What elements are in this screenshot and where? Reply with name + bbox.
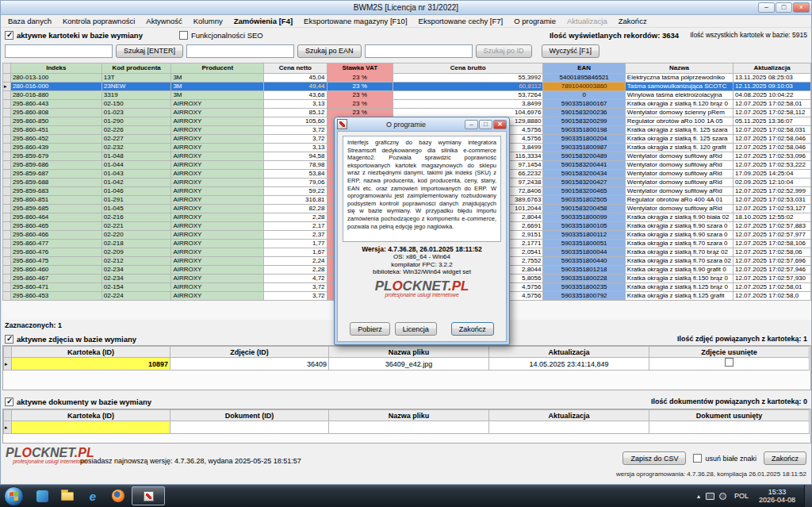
search-enter-button[interactable]: Szukaj [ENTER] (116, 44, 183, 58)
photos-col-kartoteka[interactable]: Kartoteka (ID) (12, 347, 170, 358)
cell-kod-producenta[interactable]: 02-227 (102, 135, 171, 144)
cell-indeks[interactable]: 295-860-443 (10, 100, 102, 109)
cell-nazwa[interactable]: Winylowa taśma elektroizolacyjna (625, 91, 733, 100)
cell-producent[interactable]: 3M (171, 74, 264, 83)
cell-aktualizacja[interactable]: 17.09.2025 14:25:04 (733, 170, 811, 179)
cell-aktualizacja[interactable]: 12.07.2025 17:02:58,106 (733, 240, 811, 248)
cell-stawka-vat[interactable]: 23 % (327, 83, 393, 91)
cell-cena-brutto[interactable]: 55,3992 (393, 74, 543, 83)
cell-cena-netto[interactable]: 2,37 (264, 231, 327, 240)
active-documents-checkbox[interactable] (5, 398, 13, 406)
document-row[interactable] (4, 421, 810, 434)
download-button[interactable]: Pobierz (350, 322, 390, 336)
cell-indeks[interactable]: 295-860-475 (10, 257, 102, 266)
cell-kod-producenta[interactable]: 02-221 (102, 222, 171, 231)
cell-ean[interactable]: 5901583200441 (543, 161, 625, 170)
cell-producent[interactable]: AIRROXY (171, 100, 264, 109)
cell-aktualizacja[interactable]: 12.07.2025 17:02:53,222 (733, 161, 811, 170)
document-updated[interactable] (489, 421, 649, 434)
cell-indeks[interactable]: 295-859-688 (10, 179, 102, 187)
column-header-producent[interactable]: Producent (171, 63, 264, 74)
column-header-cena-brutto[interactable]: Cena brutto (393, 63, 543, 74)
close-button[interactable]: × (793, 2, 810, 13)
documents-col-kartoteka[interactable]: Kartoteka (ID) (12, 410, 170, 421)
taskbar-media-icon[interactable] (30, 486, 54, 505)
cell-producent[interactable]: AIRROXY (171, 248, 264, 257)
column-header-nazwa[interactable]: Nazwa (625, 63, 733, 74)
cell-aktualizacja[interactable]: 18.10.2025 12:55:02 (733, 213, 811, 222)
cell-ean[interactable]: 5903351800440 (543, 257, 625, 266)
cell-producent[interactable]: AIRROXY (171, 213, 264, 222)
cell-kod-producenta[interactable]: 02-212 (102, 257, 171, 266)
cell-aktualizacja[interactable]: 02.09.2025 12:10:04 (733, 179, 811, 187)
search-ean-button[interactable]: Szukaj po EAN (297, 44, 362, 58)
cell-indeks[interactable]: 295-860-477 (10, 240, 102, 248)
cell-kod-producenta[interactable]: 02-209 (102, 248, 171, 257)
cell-producent[interactable]: AIRROXY (171, 205, 264, 213)
table-row[interactable]: 280-016-88033193M43,6823 %53,72640Winylo… (3, 91, 811, 100)
active-photos-toggle[interactable]: aktywne zdjęcia w bazie wymiany (5, 335, 136, 344)
cell-aktualizacja[interactable]: 12.07.2025 17:02:58,01 (733, 100, 811, 109)
taskbar-explorer-icon[interactable] (56, 486, 79, 505)
cell-cena-netto[interactable]: 3,13 (264, 144, 327, 152)
cell-nazwa[interactable]: Elektryczna taśma półprzewodniko (625, 74, 733, 83)
photo-filename[interactable]: 36409_e42.jpg (329, 358, 489, 371)
cell-nazwa[interactable]: Kratka okrągła z siatką fi.150 brąz 0 (625, 275, 733, 283)
dialog-close-button[interactable]: Zakończ (451, 322, 494, 336)
cell-kod-producenta[interactable]: 02-218 (102, 240, 171, 248)
cell-ean[interactable]: 7891040003860 (543, 83, 625, 91)
cell-aktualizacja[interactable]: 12.07.2025 17:02:58,112 (733, 109, 811, 117)
cell-nazwa[interactable]: Wentylator domowy sufitowy aRid (625, 152, 733, 161)
cell-aktualizacja[interactable]: 13.11.2025 08:25:03 (733, 74, 811, 83)
cell-kod-producenta[interactable]: 01-045 (102, 205, 171, 213)
cell-kod-producenta[interactable]: 13T (102, 74, 171, 83)
dialog-close-icon[interactable]: ✕ (493, 120, 507, 129)
cell-nazwa[interactable]: Wentylator domowy sufitowy aRid (625, 161, 733, 170)
cell-ean[interactable]: 5901583200299 (543, 117, 625, 126)
cell-indeks[interactable]: 280-013-100 (10, 74, 102, 83)
cell-kod-producenta[interactable]: 02-224 (102, 292, 171, 301)
cell-nazwa[interactable]: Kratka okrągła z siatką fi.90 grafit 0 (625, 266, 733, 275)
cell-producent[interactable]: AIRROXY (171, 179, 264, 187)
cell-indeks[interactable]: 295-859-683 (10, 187, 102, 196)
cell-ean[interactable]: 5903351802505 (543, 196, 625, 205)
cell-nazwa[interactable]: Kratka okrągła z siatką fi.90 szara 0 (625, 222, 733, 231)
documents-col-aktualizacja[interactable]: Aktualizacja (489, 410, 649, 421)
cell-indeks[interactable]: 295-860-466 (10, 231, 102, 240)
taskbar-bwm2s-button[interactable] (132, 486, 165, 505)
photos-col-aktualizacja[interactable]: Aktualizacja (489, 347, 649, 358)
photos-col-nazwa-pliku[interactable]: Nazwa pliku (329, 347, 489, 358)
cell-aktualizacja[interactable]: 12.07.2025 17:02:57,883 (733, 222, 811, 231)
cell-producent[interactable]: AIRROXY (171, 126, 264, 135)
clear-button[interactable]: Wyczyść [F1] (542, 44, 599, 58)
trim-whitespace-toggle[interactable]: usuń białe znaki (693, 454, 756, 463)
menu-item-5[interactable]: Eksportowane magazyny [F10] (298, 17, 412, 25)
cell-indeks[interactable]: 295-860-467 (10, 275, 102, 283)
cell-ean[interactable]: 54001895846521 (543, 74, 625, 83)
cell-indeks[interactable]: 295-860-808 (10, 109, 102, 117)
photo-zdjecie-id[interactable]: 36409 (170, 358, 329, 371)
documents-col-usuniety[interactable]: Dokument usunięty (649, 410, 810, 421)
cell-producent[interactable]: AIRROXY (171, 275, 264, 283)
dialog-maximize-button[interactable]: □ (479, 120, 492, 129)
active-documents-toggle[interactable]: aktywne dokumenty w bazie wymiany (5, 398, 151, 406)
cell-cena-netto[interactable]: 49,44 (264, 83, 327, 91)
cell-indeks[interactable]: 280-016-000 (10, 83, 102, 91)
cell-cena-netto[interactable]: 85,12 (264, 109, 327, 117)
cell-cena-netto[interactable]: 3,72 (264, 135, 327, 144)
active-cards-checkbox[interactable] (5, 31, 13, 40)
cell-indeks[interactable]: 280-016-880 (10, 91, 102, 100)
cell-nazwa[interactable]: Regulator obrotów aRo 400 4A 01 (625, 196, 733, 205)
cell-ean[interactable]: 5903351800044 (543, 248, 625, 257)
minimize-button[interactable]: – (758, 2, 775, 13)
exit-button[interactable]: Zakończ (764, 451, 806, 465)
photo-row[interactable]: 10897 36409 36409_e42.jpg 14.05.2025 23:… (4, 358, 810, 371)
documents-col-nazwa-pliku[interactable]: Nazwa pliku (329, 410, 489, 421)
table-row[interactable]: 280-013-10013T3M45,0423 %55,399254001895… (3, 74, 811, 83)
cell-nazwa[interactable]: Kratka okrągła z siatką fi.90 biała 02 (625, 213, 733, 222)
cell-nazwa[interactable]: Kratka okrągła z siatką fi.70 szara 0 (625, 240, 733, 248)
show-desktop-button[interactable] (804, 485, 812, 507)
photo-updated[interactable]: 14.05.2025 23:41:14,849 (489, 358, 649, 371)
start-button[interactable] (4, 486, 24, 506)
photos-col-zdjecie[interactable]: Zdjęcie (ID) (170, 347, 329, 358)
